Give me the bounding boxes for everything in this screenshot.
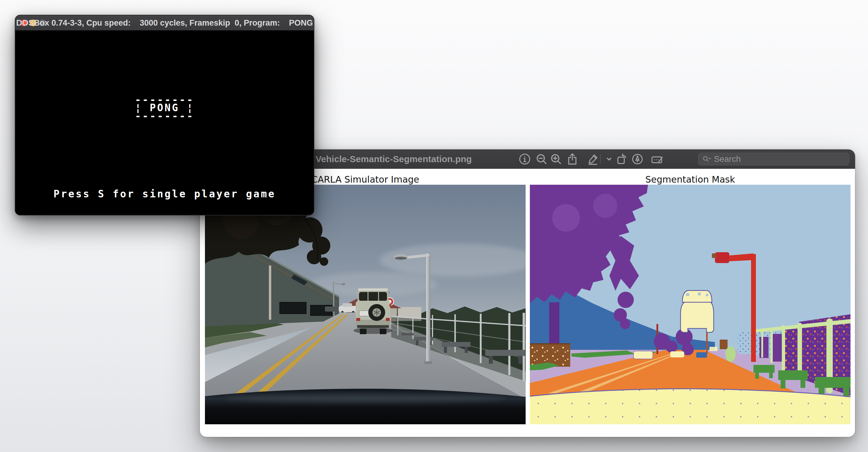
zoom-in-icon[interactable] xyxy=(550,153,563,166)
markup-dropdown-chevron-icon[interactable] xyxy=(602,153,616,166)
share-icon[interactable] xyxy=(566,153,579,166)
text-annotation-icon[interactable] xyxy=(650,153,664,166)
info-icon[interactable] xyxy=(518,153,531,166)
menu-line-single-player: Press S for single player game xyxy=(16,187,314,201)
dosbox-titlebar[interactable]: DOSBox 0.74-3-3, Cpu speed: 3000 cycles,… xyxy=(16,15,314,30)
markup-pencil-icon[interactable] xyxy=(586,153,599,166)
shape-pen-icon[interactable] xyxy=(631,153,644,166)
dosbox-window: DOSBox 0.74-3-3, Cpu speed: 3000 cycles,… xyxy=(16,15,314,215)
dosbox-screen: --------¦ PONG ¦-------- Press S for sin… xyxy=(16,30,314,215)
segmentation-mask-label: Segmentation Mask xyxy=(530,174,850,185)
search-input[interactable] xyxy=(714,154,845,164)
preview-window-title: Vehicle-Semantic-Segmentation.png xyxy=(315,150,472,169)
segmentation-mask-image xyxy=(530,185,850,424)
pong-menu: Press S for single player game Press M f… xyxy=(16,159,314,215)
zoom-out-icon[interactable] xyxy=(535,153,548,166)
pong-title-box: --------¦ PONG ¦-------- xyxy=(16,96,314,120)
search-field[interactable] xyxy=(698,153,849,165)
toolbar-separator xyxy=(600,154,601,164)
carla-simulator-image xyxy=(205,185,526,424)
dosbox-window-title: DOSBox 0.74-3-3, Cpu speed: 3000 cycles,… xyxy=(16,15,314,30)
rotate-icon[interactable] xyxy=(615,153,628,166)
search-icon xyxy=(702,155,712,164)
